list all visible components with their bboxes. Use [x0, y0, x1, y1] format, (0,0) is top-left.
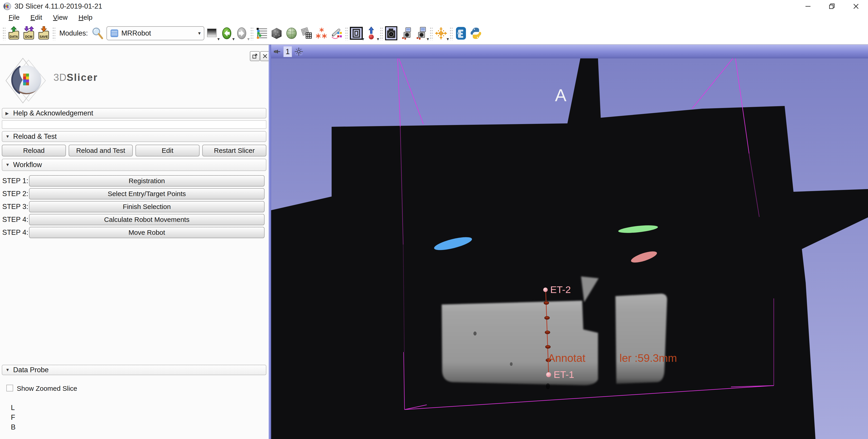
- help-acknowledgement-label: Help & Acknowledgement: [13, 109, 93, 117]
- volumes-module-icon: [270, 27, 283, 40]
- history-forward-button[interactable]: ▾: [235, 26, 249, 41]
- module-icon: [110, 29, 119, 38]
- ruler-label-left: Annotat: [548, 352, 585, 364]
- layout-selector-button[interactable]: ▾: [349, 26, 363, 41]
- menu-help[interactable]: Help: [73, 12, 98, 22]
- place-point-button[interactable]: ▾: [364, 26, 378, 41]
- module-history-icon: [206, 27, 218, 39]
- step-label: STEP 3:: [2, 202, 28, 211]
- markups-module-icon: [315, 27, 328, 40]
- screenshot-button[interactable]: [384, 26, 398, 41]
- toolbar-grip[interactable]: [250, 26, 253, 40]
- place-point-icon: [365, 27, 377, 40]
- save-button[interactable]: SAVE: [37, 26, 51, 41]
- pin-icon[interactable]: [273, 48, 281, 56]
- save-icon: SAVE: [37, 26, 51, 40]
- restore-button[interactable]: [820, 0, 844, 12]
- toolbar-grip[interactable]: [2, 26, 5, 40]
- step-label: STEP 2:: [2, 190, 28, 198]
- view-options-crosshair-icon[interactable]: [294, 47, 303, 56]
- reload-test-header[interactable]: ▼ Reload & Test: [2, 131, 267, 142]
- load-dicom-icon: DCM: [22, 26, 36, 40]
- panel-scrollbar[interactable]: [269, 44, 271, 439]
- transforms-module-button[interactable]: [300, 26, 313, 41]
- load-data-icon: DATA: [7, 26, 21, 40]
- minimize-icon: [805, 3, 811, 10]
- restore-icon: [829, 3, 835, 10]
- module-search-button[interactable]: [91, 26, 105, 41]
- app-logo-icon: [3, 2, 12, 11]
- slicer-main-window: 3D Slicer 4.11.0-2019-01-21 File Edit Vi…: [0, 0, 868, 439]
- slab-speck: [510, 362, 513, 366]
- slab-speck: [546, 383, 550, 389]
- back-icon: [221, 27, 233, 40]
- extensions-manager-button[interactable]: [454, 26, 468, 41]
- undock-icon: [252, 54, 257, 59]
- data-probe-label: Data Probe: [13, 366, 49, 374]
- fiducial-et2[interactable]: [543, 287, 548, 292]
- module-history-button[interactable]: ▾: [205, 26, 219, 41]
- mr-slab-left: [442, 301, 598, 385]
- chevron-down-icon: ▾: [447, 37, 449, 41]
- toolbar-grip[interactable]: [52, 26, 55, 40]
- fiducial-et1[interactable]: [546, 372, 551, 377]
- edit-button[interactable]: Edit: [135, 145, 199, 156]
- workflow-header[interactable]: ▼ Workflow: [2, 159, 267, 171]
- reload-button[interactable]: Reload: [2, 145, 66, 156]
- workflow-step-row: STEP 2: Select Entry/Target Points: [0, 188, 269, 199]
- window-title: 3D Slicer 4.11.0-2019-01-21: [14, 2, 102, 10]
- workflow-label: Workflow: [13, 161, 42, 169]
- svg-text:SAVE: SAVE: [39, 35, 48, 38]
- move-robot-button[interactable]: Move Robot: [29, 227, 265, 238]
- panel-undock-button[interactable]: [250, 51, 260, 61]
- svg-text:DCM: DCM: [25, 35, 32, 38]
- restart-slicer-button[interactable]: Restart Slicer: [202, 145, 267, 156]
- volumes-module-button[interactable]: [270, 26, 284, 41]
- registration-button[interactable]: Registration: [29, 175, 265, 187]
- show-zoomed-slice-checkbox[interactable]: [6, 385, 13, 391]
- annotations-module-button[interactable]: [329, 26, 343, 41]
- menu-file[interactable]: File: [3, 12, 25, 22]
- probe-layer-l: L: [11, 404, 15, 412]
- transforms-module-icon: [300, 27, 313, 40]
- menu-edit[interactable]: Edit: [25, 12, 48, 22]
- screenshot-icon: [384, 26, 398, 40]
- step-label: STEP 4:: [2, 216, 28, 224]
- history-back-button[interactable]: ▾: [220, 26, 234, 41]
- probe-layer-f: F: [11, 413, 15, 421]
- data-module-button[interactable]: [255, 26, 269, 41]
- minimize-button[interactable]: [796, 0, 820, 12]
- module-selector[interactable]: MRRobot ▾: [106, 26, 204, 40]
- layout-3d-only-icon: [349, 27, 363, 40]
- reload-and-test-button[interactable]: Reload and Test: [69, 145, 133, 156]
- logo-text-slicer: Slicer: [67, 72, 98, 83]
- toolbar-grip[interactable]: [380, 26, 383, 40]
- probe-layer-b: B: [11, 423, 16, 431]
- markups-module-button[interactable]: [314, 26, 329, 41]
- python-console-button[interactable]: [469, 26, 483, 41]
- calculate-robot-movements-button[interactable]: Calculate Robot Movements: [29, 214, 265, 225]
- view-label-button[interactable]: 1: [283, 46, 292, 57]
- step-label: STEP 4:: [2, 228, 28, 237]
- load-dicom-button[interactable]: DCM: [22, 26, 36, 41]
- finish-selection-button[interactable]: Finish Selection: [29, 201, 265, 212]
- toolbar-grip[interactable]: [345, 26, 348, 40]
- data-probe-header[interactable]: ▼ Data Probe: [2, 365, 267, 375]
- slab-speck: [473, 332, 476, 336]
- reload-button-row: Reload Reload and Test Edit Restart Slic…: [2, 145, 267, 156]
- slicer-logo-image: [1, 57, 54, 104]
- scene-view-restore-button[interactable]: ▾: [414, 26, 428, 41]
- help-acknowledgement-header[interactable]: ▶ Help & Acknowledgement: [2, 108, 267, 118]
- load-data-button[interactable]: DATA: [7, 26, 21, 41]
- toolbar-grip[interactable]: [450, 26, 453, 40]
- forward-icon: [236, 27, 248, 40]
- select-entry-target-points-button[interactable]: Select Entry/Target Points: [29, 188, 265, 199]
- crosshair-button[interactable]: ▾: [434, 26, 448, 41]
- close-button[interactable]: [844, 0, 868, 12]
- scene-view-save-button[interactable]: [399, 26, 413, 41]
- toolbar-grip[interactable]: [430, 26, 433, 40]
- menu-view[interactable]: View: [48, 12, 73, 22]
- scene-view-restore-icon: [415, 27, 428, 40]
- threed-viewport[interactable]: A ET-2 ET-1 Annotat ler :59.3mm: [271, 58, 868, 439]
- models-module-button[interactable]: [284, 26, 299, 41]
